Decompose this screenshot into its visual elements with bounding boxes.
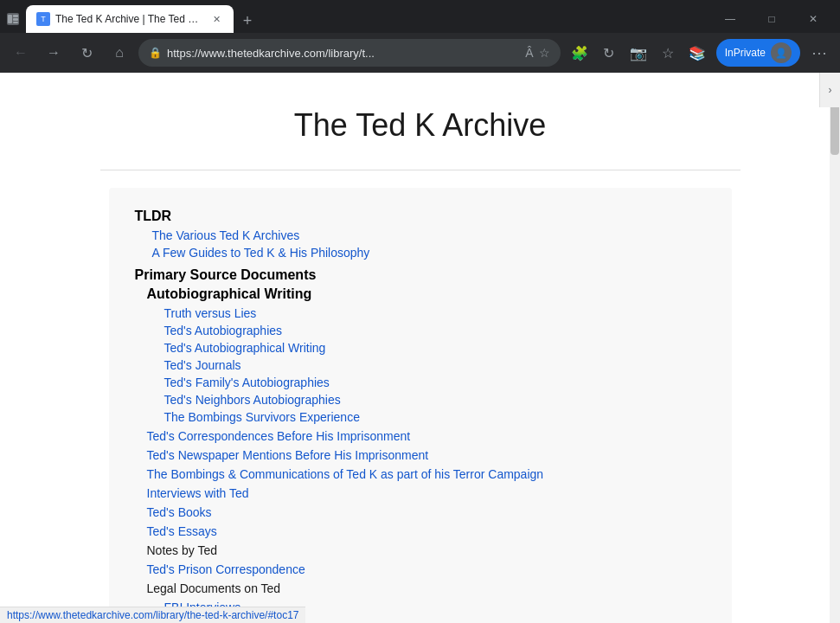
svg-rect-2 xyxy=(13,18,18,21)
toc-journals: Ted's Journals xyxy=(135,357,706,373)
tab-bar: T The Ted K Archive | The Ted K Ar... ✕ … xyxy=(26,5,707,33)
read-aloud-icon[interactable]: Â xyxy=(525,46,533,60)
refresh-icon[interactable]: ↻ xyxy=(595,39,623,67)
toc-bombings-comms: The Bombings & Communications of Ted K a… xyxy=(135,466,706,482)
page-title: The Ted K Archive xyxy=(100,107,741,144)
url-bar[interactable]: 🔒 https://www.thetedkarchive.com/library… xyxy=(138,39,561,67)
lock-icon: 🔒 xyxy=(149,47,162,59)
toc-notes-label: Notes by Ted xyxy=(147,543,217,557)
minimize-button[interactable]: — xyxy=(710,5,750,33)
svg-rect-0 xyxy=(8,15,12,23)
toc-link-bombings-comms[interactable]: The Bombings & Communications of Ted K a… xyxy=(147,467,544,481)
toc-link-family-autobios[interactable]: Ted's Family's Autobiographies xyxy=(164,376,330,389)
toc-link-guides[interactable]: A Few Guides to Ted K & His Philosophy xyxy=(152,246,370,260)
page-inner: The Ted K Archive TLDR The Various Ted K… xyxy=(83,73,758,623)
status-url: https://www.thetedkarchive.com/library/t… xyxy=(7,609,298,621)
profile-label: InPrivate xyxy=(725,47,766,59)
tab-favicon: T xyxy=(36,12,50,26)
extensions-icon[interactable]: 🧩 xyxy=(566,39,593,67)
profile-button[interactable]: InPrivate 👤 xyxy=(716,39,800,67)
svg-rect-3 xyxy=(13,22,18,23)
favorites-toolbar-icon[interactable]: ☆ xyxy=(654,39,682,67)
toc-link-truth[interactable]: Truth versus Lies xyxy=(164,306,257,320)
tab-title: The Ted K Archive | The Ted K Ar... xyxy=(55,13,204,25)
toc-books: Ted's Books xyxy=(135,504,706,520)
scrollbar[interactable] xyxy=(830,73,840,623)
toc-link-books[interactable]: Ted's Books xyxy=(147,505,212,519)
collections-icon[interactable]: 📚 xyxy=(683,39,711,67)
close-button[interactable]: ✕ xyxy=(793,5,833,33)
toc-container: TLDR The Various Ted K Archives A Few Gu… xyxy=(109,188,732,623)
toc-link-newspaper[interactable]: Ted's Newspaper Mentions Before His Impr… xyxy=(147,448,429,462)
toc-newspaper: Ted's Newspaper Mentions Before His Impr… xyxy=(135,447,706,463)
page-content: The Ted K Archive TLDR The Various Ted K… xyxy=(0,73,840,623)
toc-correspondences: Ted's Correspondences Before His Impriso… xyxy=(135,428,706,444)
toc-link-neighbors[interactable]: Ted's Neighbors Autobiographies xyxy=(164,393,341,407)
toc-primary-label: Primary Source Documents xyxy=(135,267,317,282)
toc-sub-various: The Various Ted K Archives xyxy=(135,228,706,243)
toc-link-bombings-survivors[interactable]: The Bombings Survivors Experience xyxy=(164,410,360,424)
more-options-button[interactable]: ⋯ xyxy=(805,39,833,67)
toc-interviews: Interviews with Ted xyxy=(135,485,706,501)
favorites-icon[interactable]: ☆ xyxy=(539,46,550,60)
svg-rect-1 xyxy=(13,15,18,17)
toc-link-autobios[interactable]: Ted's Autobiographies xyxy=(164,324,283,337)
view-toggle[interactable] xyxy=(7,13,19,25)
toc-link-various[interactable]: The Various Ted K Archives xyxy=(152,228,300,242)
forward-button[interactable]: → xyxy=(40,39,67,67)
toc-link-interviews[interactable]: Interviews with Ted xyxy=(147,486,249,500)
tab-close-button[interactable]: ✕ xyxy=(209,12,223,26)
toc-link-essays[interactable]: Ted's Essays xyxy=(147,524,217,538)
toc-sub-guides: A Few Guides to Ted K & His Philosophy xyxy=(135,245,706,260)
sidebar-toggle[interactable]: › xyxy=(819,73,840,107)
toc-prison-corr: Ted's Prison Correspondence xyxy=(135,562,706,577)
address-bar: ← → ↻ ⌂ 🔒 https://www.thetedkarchive.com… xyxy=(0,33,840,73)
status-bar: https://www.thetedkarchive.com/library/t… xyxy=(0,607,305,623)
toc-legal-label: Legal Documents on Ted xyxy=(147,581,281,595)
toc-link-correspondences[interactable]: Ted's Correspondences Before His Impriso… xyxy=(147,429,411,443)
refresh-button[interactable]: ↻ xyxy=(73,39,100,67)
toc-link-autobio-writing[interactable]: Ted's Autobiographical Writing xyxy=(164,341,326,355)
toolbar-icons: 🧩 ↻ 📷 ☆ 📚 xyxy=(566,39,711,67)
toc-essays: Ted's Essays xyxy=(135,523,706,539)
profile-avatar: 👤 xyxy=(771,42,792,63)
toc-family-autobios: Ted's Family's Autobiographies xyxy=(135,375,706,390)
toc-autobios: Ted's Autobiographies xyxy=(135,323,706,338)
toc-notes: Notes by Ted xyxy=(135,543,706,558)
toc-legal: Legal Documents on Ted xyxy=(135,581,706,596)
toc-truth: Truth versus Lies xyxy=(135,305,706,321)
sidebar-toggle-btn[interactable] xyxy=(7,13,19,25)
toc-item-tldr: TLDR xyxy=(135,209,706,224)
toc-link-prison-corr[interactable]: Ted's Prison Correspondence xyxy=(147,562,305,576)
active-tab[interactable]: T The Ted K Archive | The Ted K Ar... ✕ xyxy=(26,5,234,33)
toc-primary-section: Primary Source Documents xyxy=(135,267,706,283)
toc-tldr-label: TLDR xyxy=(135,209,172,223)
toc-autobio-section: Autobiographical Writing xyxy=(135,286,706,302)
toc-neighbors: Ted's Neighbors Autobiographies xyxy=(135,392,706,408)
back-button[interactable]: ← xyxy=(7,39,35,67)
toc-autobio-label: Autobiographical Writing xyxy=(147,286,312,301)
maximize-button[interactable]: □ xyxy=(752,5,792,33)
divider xyxy=(100,170,741,170)
toc-link-journals[interactable]: Ted's Journals xyxy=(164,358,241,372)
url-text: https://www.thetedkarchive.com/library/t… xyxy=(167,47,520,60)
new-tab-button[interactable]: + xyxy=(235,9,260,33)
toc-autobio-writing: Ted's Autobiographical Writing xyxy=(135,340,706,356)
screenshot-icon[interactable]: 📷 xyxy=(625,39,652,67)
window-controls: — □ ✕ xyxy=(710,5,833,33)
home-button[interactable]: ⌂ xyxy=(106,39,133,67)
toc-bombings-survivors: The Bombings Survivors Experience xyxy=(135,409,706,425)
